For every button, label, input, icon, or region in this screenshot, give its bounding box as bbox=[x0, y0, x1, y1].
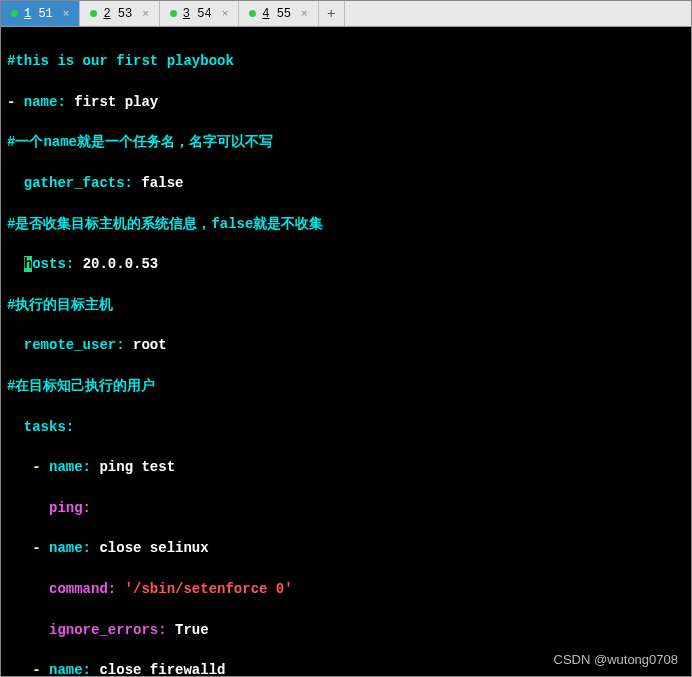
yaml-key: ignore_errors: bbox=[7, 622, 167, 638]
close-icon[interactable]: × bbox=[301, 8, 308, 20]
watermark: CSDN @wutong0708 bbox=[554, 652, 678, 667]
yaml-value: close firewalld bbox=[91, 662, 225, 677]
comment: #在目标知己执行的用户 bbox=[7, 378, 155, 394]
tab-label: 3 54 bbox=[183, 7, 212, 21]
yaml-dash: - bbox=[7, 459, 49, 475]
yaml-value: first play bbox=[66, 94, 158, 110]
close-icon[interactable]: × bbox=[63, 8, 70, 20]
yaml-value: 20.0.0.53 bbox=[74, 256, 158, 272]
modified-dot-icon bbox=[90, 10, 97, 17]
yaml-dash: - bbox=[7, 662, 49, 677]
yaml-key: osts: bbox=[32, 256, 74, 272]
yaml-key: name: bbox=[49, 540, 91, 556]
yaml-key: remote_user: bbox=[7, 337, 125, 353]
yaml-value: close selinux bbox=[91, 540, 209, 556]
modified-dot-icon bbox=[249, 10, 256, 17]
tab-2[interactable]: 2 53 × bbox=[80, 1, 159, 26]
comment: #是否收集目标主机的系统信息，false就是不收集 bbox=[7, 216, 323, 232]
yaml-key: ping: bbox=[7, 500, 91, 516]
modified-dot-icon bbox=[170, 10, 177, 17]
yaml-value: false bbox=[133, 175, 183, 191]
tab-3[interactable]: 3 54 × bbox=[160, 1, 239, 26]
close-icon[interactable]: × bbox=[142, 8, 149, 20]
yaml-key: name: bbox=[49, 662, 91, 677]
yaml-key: tasks: bbox=[7, 419, 74, 435]
yaml-key: gather_facts: bbox=[7, 175, 133, 191]
yaml-string: '/sbin/setenforce 0' bbox=[116, 581, 292, 597]
indent bbox=[7, 256, 24, 272]
tab-label: 4 55 bbox=[262, 7, 291, 21]
yaml-dash: - bbox=[7, 94, 24, 110]
cursor: h bbox=[24, 256, 32, 272]
code-editor[interactable]: #this is our first playbook - name: firs… bbox=[1, 27, 691, 677]
yaml-key: command: bbox=[7, 581, 116, 597]
tab-bar: 1 51 × 2 53 × 3 54 × 4 55 × + bbox=[1, 1, 691, 27]
tab-1[interactable]: 1 51 × bbox=[1, 1, 80, 26]
close-icon[interactable]: × bbox=[222, 8, 229, 20]
modified-dot-icon bbox=[11, 10, 18, 17]
tab-label: 1 51 bbox=[24, 7, 53, 21]
tab-label: 2 53 bbox=[103, 7, 132, 21]
yaml-key: name: bbox=[24, 94, 66, 110]
yaml-dash: - bbox=[7, 540, 49, 556]
yaml-value: ping test bbox=[91, 459, 175, 475]
comment: #this is our first playbook bbox=[7, 53, 234, 69]
yaml-value: root bbox=[125, 337, 167, 353]
new-tab-button[interactable]: + bbox=[319, 1, 345, 26]
yaml-value: True bbox=[167, 622, 209, 638]
comment: #一个name就是一个任务名，名字可以不写 bbox=[7, 134, 273, 150]
tab-4[interactable]: 4 55 × bbox=[239, 1, 318, 26]
yaml-key: name: bbox=[49, 459, 91, 475]
comment: #执行的目标主机 bbox=[7, 297, 113, 313]
